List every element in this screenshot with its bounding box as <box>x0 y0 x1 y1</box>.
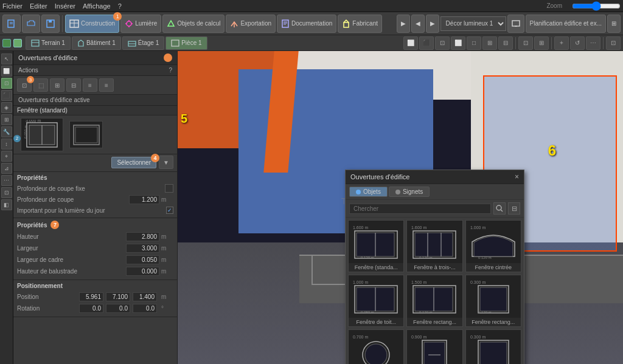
balustrade-input[interactable] <box>126 267 159 276</box>
important-checkbox[interactable] <box>166 207 173 214</box>
toolbar-save[interactable] <box>41 15 60 33</box>
viewport-3d[interactable]: 6 Tte Ouvertures d'édifice × Objets Sign… <box>178 51 623 364</box>
tool-11[interactable]: ◧ <box>1 199 12 210</box>
tool-7[interactable]: ⌖ <box>1 151 12 162</box>
color-btn-green[interactable] <box>2 39 11 47</box>
tab-documentation[interactable]: Documentation <box>277 15 336 33</box>
nav-icon-6[interactable]: ⊞ <box>482 36 497 50</box>
action-btn-f[interactable]: ≡ <box>99 78 114 92</box>
decor-dropdown[interactable]: Décor lumineux 1 <box>440 16 506 31</box>
tool-window[interactable]: ⊡ <box>1 78 12 89</box>
tab-objets-calcul[interactable]: Objets de calcul <box>162 15 224 33</box>
search-extra-btn[interactable]: ⊟ <box>508 202 520 215</box>
grid-btn[interactable]: ⊞ <box>607 15 621 33</box>
tool-9[interactable]: ⋯ <box>1 175 12 186</box>
select-button[interactable]: Sélectionner <box>111 157 156 168</box>
tool-select[interactable]: ↖ <box>1 53 12 64</box>
properties-section-2: Propriétés 7 Hauteur m Largeur m Largeur… <box>13 218 177 280</box>
toolbar-open[interactable] <box>22 15 40 33</box>
tab-piece[interactable]: Pièce 1 <box>165 36 207 50</box>
nav-next[interactable]: ▶ <box>426 15 439 33</box>
badge-4: 4 <box>151 154 159 162</box>
tool-2[interactable]: ⬛ <box>1 90 12 101</box>
profondeur-input[interactable] <box>129 195 159 204</box>
largeur-cadre-input[interactable] <box>126 255 159 264</box>
menu-fichier[interactable]: Fichier <box>2 2 23 10</box>
nav-icon-1[interactable]: ⬜ <box>403 36 418 50</box>
nav-icon-5[interactable]: □ <box>467 36 481 50</box>
profondeur-fixe-checkbox[interactable] <box>165 184 173 193</box>
grid-item-4[interactable]: 1.500 m 0.120 m Fenêtre rectang... <box>406 275 462 327</box>
zoom-slider[interactable] <box>572 2 621 10</box>
nav-camera-btn[interactable]: ⊞ <box>534 36 549 50</box>
grid-item-3[interactable]: 1.000 m 0.080 m Fenêtre de toit... <box>348 275 404 327</box>
grid-item-5[interactable]: 2 0.300 m 0.120 m Fenêtre rectang... <box>465 275 521 327</box>
rot-z-input[interactable] <box>133 304 157 313</box>
svg-text:3.000 m: 3.000 m <box>26 120 41 123</box>
grid-item-7[interactable]: 0.900 m 0.075 m Porte (standard) <box>406 329 462 364</box>
nav-rotate[interactable]: ↺ <box>570 36 585 50</box>
rot-x-input[interactable] <box>79 304 103 313</box>
tool-6[interactable]: ↕ <box>1 139 12 149</box>
nav-icon-2[interactable]: ⬛ <box>419 36 434 50</box>
tool-3[interactable]: ◈ <box>1 102 12 113</box>
grid-item-0[interactable]: 1.600 m 0.120 m Fenêtre (standa... <box>348 220 404 272</box>
tool-10[interactable]: ⊡ <box>1 187 12 198</box>
number-6-label: 6 <box>548 142 556 159</box>
tab-construction[interactable]: Construction 1 <box>65 15 119 33</box>
tool-1[interactable]: ⬜ <box>1 66 12 77</box>
action-btn-e[interactable]: ≡ <box>83 78 97 92</box>
nav-frame-btn[interactable]: ⊡ <box>518 36 533 50</box>
position-row: Position m <box>17 291 173 303</box>
menu-affichage[interactable]: Affichage <box>83 2 111 10</box>
window-thumb[interactable]: 3.000 m 0.050 m <box>21 118 63 151</box>
tab-fabricant[interactable]: Fabricant <box>338 15 382 33</box>
svg-marker-13 <box>168 21 174 26</box>
grid-item-2[interactable]: 1.000 m 0.120 m Fenêtre cintrée <box>465 220 521 272</box>
select-dropdown[interactable]: ▼ <box>159 156 173 169</box>
play-btn[interactable]: ▶ <box>397 15 410 33</box>
dialog-close-btn[interactable]: × <box>515 173 519 181</box>
tool-8[interactable]: ⊿ <box>1 163 12 174</box>
nav-icon-4[interactable]: ⬜ <box>451 36 465 50</box>
monitor-btn[interactable] <box>507 15 524 33</box>
pos-y-input[interactable] <box>106 292 130 301</box>
grid-item-1[interactable]: 1.600 m 0.120 m Fenêtre à trois-... <box>406 220 462 272</box>
tool-4[interactable]: ⊞ <box>1 114 12 125</box>
thumb-8: 0.300 m <box>466 330 521 364</box>
action-btn-b[interactable]: ⬚ <box>33 78 48 92</box>
nav-prev[interactable]: ◀ <box>411 15 425 33</box>
grid-item-6[interactable]: 0.700 m Fenêtre ronde <box>348 329 404 364</box>
nav-icon-7[interactable]: ⊟ <box>498 36 513 50</box>
nav-fullscreen[interactable]: ⊡ <box>606 36 621 50</box>
dialog-tab-signets[interactable]: Signets <box>389 187 430 197</box>
menu-help[interactable]: ? <box>118 2 122 10</box>
rot-y-input[interactable] <box>106 304 130 313</box>
actions-help[interactable]: ? <box>169 67 172 74</box>
pos-x-input[interactable] <box>79 292 103 301</box>
menu-inserer[interactable]: Insérer <box>55 2 75 10</box>
color-btn-light-green[interactable] <box>13 39 22 47</box>
tab-batiment[interactable]: Bâtiment 1 <box>72 36 121 50</box>
action-btn-d[interactable]: ⊟ <box>66 78 81 92</box>
toolbar-new[interactable] <box>2 15 21 33</box>
dialog-tab-objets[interactable]: Objets <box>349 187 388 197</box>
search-icon-btn[interactable] <box>493 202 506 215</box>
search-input[interactable] <box>349 204 491 214</box>
nav-plus[interactable]: + <box>554 36 569 50</box>
tab-exportation[interactable]: Exportation <box>226 15 276 33</box>
action-btn-c[interactable]: ⊞ <box>50 78 64 92</box>
grid-item-8[interactable]: 2 0.300 m Fenêtre (standa... <box>465 329 521 364</box>
pos-z-input[interactable] <box>133 292 157 301</box>
tab-terrain[interactable]: Terrain 1 <box>26 36 71 50</box>
menu-editer[interactable]: Editer <box>30 2 47 10</box>
planification-btn[interactable]: Planification édifice et ex... <box>526 15 606 33</box>
nav-icon-3[interactable]: ⊡ <box>435 36 450 50</box>
hauteur-input[interactable] <box>126 232 159 241</box>
largeur-input[interactable] <box>126 244 159 253</box>
tab-etage[interactable]: Étage 1 <box>122 36 164 50</box>
tool-5[interactable]: 🔧 <box>1 126 12 137</box>
window-thumb-2[interactable] <box>69 121 103 148</box>
tab-lumiere[interactable]: Lumière <box>120 15 161 33</box>
nav-dots[interactable]: ⋯ <box>586 36 600 50</box>
